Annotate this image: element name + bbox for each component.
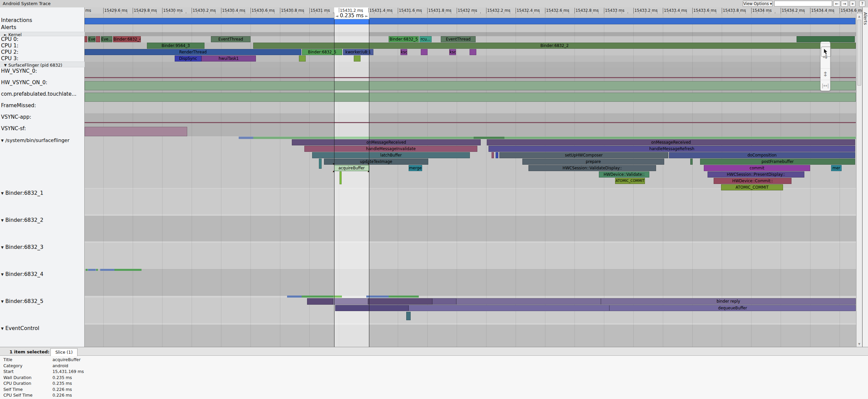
sidebar-item-cpu-2-[interactable]: CPU 2: [1, 49, 19, 55]
trace-slice[interactable] [470, 49, 476, 55]
selection-start-line[interactable] [334, 14, 334, 347]
nav-button-»[interactable]: » [850, 1, 855, 7]
trace-slice[interactable] [492, 152, 494, 158]
trace-slice[interactable] [85, 127, 187, 136]
time-ruler[interactable]: ms15429.6 ms15429.8 ms15430 ms15430.2 ms… [85, 7, 868, 14]
trace-slice-kso[interactable]: kso [400, 49, 407, 55]
group-header-kernel[interactable]: ►Kernel [0, 32, 85, 36]
sidebar-item-binder-6832-4[interactable]: ▼Binder:6832_4 [1, 271, 43, 277]
trace-slice-postframebuffer[interactable]: postFramebuffer [700, 159, 855, 165]
trace-slice-dequeuebuffer[interactable]: dequeueBuffer [609, 305, 856, 311]
selection-end-line[interactable] [369, 14, 369, 347]
trace-slice[interactable] [100, 269, 114, 271]
trace-slice[interactable] [496, 152, 498, 158]
trace-slice-atomic-commit[interactable]: ATOMIC_COMMIT [615, 178, 645, 184]
trace-slice-rcu-[interactable]: rcu... [419, 36, 432, 42]
trace-slice[interactable] [368, 298, 432, 305]
trace-slice-binder-6832-5[interactable]: Binder:6832_5 [302, 49, 342, 55]
trace-slice-hwuitask1[interactable]: hwuiTask1 [201, 55, 256, 62]
trace-slice-renderthread[interactable]: RenderThread [85, 49, 301, 55]
trace-slice[interactable] [335, 305, 409, 311]
sidebar-item-cpu-3-[interactable]: CPU 3: [1, 55, 19, 62]
trace-slice[interactable] [319, 159, 322, 169]
trace-slice[interactable] [287, 296, 302, 298]
trace-slice[interactable] [299, 55, 306, 62]
timing-mode-button[interactable]: |↔| [821, 80, 830, 91]
trace-slice-atomic-commit[interactable]: ATOMIC_COMMIT [721, 184, 783, 190]
trace-slice[interactable] [366, 296, 389, 298]
sidebar-item-binder-6832-2[interactable]: ▼Binder:6832_2 [1, 217, 43, 223]
sidebar-item-hw-vsync-on-0-[interactable]: HW_VSYNC_ON_0: [1, 79, 47, 86]
trace-slice[interactable] [96, 36, 100, 42]
sidebar-item-com-prefabulated-touchlate-[interactable]: com.prefabulated.touchlate... [1, 91, 77, 97]
sidebar-item-binder-6832-1[interactable]: ▼Binder:6832_1 [1, 190, 43, 196]
sidebar-item--system-bin-surfaceflinger[interactable]: ▼/system/bin/surfaceflinger [1, 138, 69, 143]
sidebar-item-hw-vsync-0-[interactable]: HW_VSYNC_0: [1, 68, 37, 74]
search-input[interactable] [774, 1, 832, 6]
trace-slice-onmessagereceived[interactable]: onMessageReceived [487, 139, 855, 145]
zoom-mode-button[interactable]: ↕ [821, 69, 830, 80]
vertical-scrollbar[interactable]: ▲ ▼ [856, 14, 862, 347]
trace-slice[interactable] [456, 298, 601, 305]
trace-slice-dispsync[interactable]: DispSync [175, 55, 201, 62]
sidebar-item-cpu-0-[interactable]: CPU 0: [1, 36, 19, 42]
sidebar-item-binder-6832-3[interactable]: ▼Binder:6832_3 [1, 244, 43, 250]
trace-slice[interactable] [389, 296, 419, 298]
sidebar-item-vsync-app-[interactable]: VSYNC-app: [1, 114, 31, 120]
trace-slice[interactable] [302, 296, 333, 298]
trace-slice-hwdevice-commit-[interactable]: HWDevice::Commit:: [714, 178, 791, 184]
trace-slice-mer[interactable]: mer [831, 165, 842, 171]
sidebar-item-vsync-sf-[interactable]: VSYNC-sf: [1, 125, 26, 132]
trace-slice[interactable] [307, 298, 333, 305]
group-header-surfaceflinger-pid-6832-[interactable]: ▼SurfaceFlinger (pid 6832) [0, 62, 85, 67]
alerts-tab[interactable]: Alerts [863, 12, 868, 25]
pan-mode-button[interactable]: ↔ ↕ [821, 57, 830, 69]
nav-button-?[interactable]: ? [859, 1, 865, 7]
trace-slice-commit[interactable]: commit [704, 165, 810, 171]
sidebar-item-binder-6832-5[interactable]: ▼Binder:6832_5 [1, 298, 43, 304]
trace-slice-hwdevice-validate-[interactable]: HWDevice::Validate:: [599, 171, 649, 178]
trace-slice[interactable] [85, 81, 856, 90]
scroll-down-icon[interactable]: ▼ [856, 343, 862, 346]
trace-slice[interactable] [432, 298, 456, 305]
trace-slice-prepare[interactable]: prepare [522, 159, 664, 165]
trace-slice-hwcsession-presentdisplay-[interactable]: HWCSession::PresentDisplay:: [708, 171, 804, 178]
sidebar-item-cpu-1-[interactable]: CPU 1: [1, 43, 19, 49]
trace-slice[interactable] [690, 159, 693, 165]
sidebar-item-eventcontrol[interactable]: ▼EventControl [1, 325, 39, 331]
trace-slice[interactable] [96, 269, 98, 271]
trace-slice-binder-6832-4[interactable]: Binder:6832_4 [113, 36, 141, 42]
trace-slice-onmessagereceived[interactable]: onMessageReceived [292, 139, 481, 145]
tab-slice[interactable]: Slice (1) [50, 348, 78, 356]
trace-slice[interactable] [85, 93, 856, 102]
selection-duration-badge[interactable]: ◄ 0.235 ms ► [334, 13, 369, 19]
trace-slice-updateteximage[interactable]: updateTexImage [324, 159, 428, 165]
trace-slice-kso[interactable]: kso [449, 49, 456, 55]
trace-slice-eve[interactable]: Eve [88, 36, 95, 42]
trace-slice-setuphwcomposer[interactable]: setUpHWComposer [499, 152, 668, 158]
trace-slice-eventthread[interactable]: EventThread [211, 36, 251, 42]
trace-slice[interactable] [474, 137, 504, 139]
sidebar-item-framemissed-[interactable]: FrameMissed: [1, 102, 36, 109]
trace-slice-hwcsession-validatedisplay-[interactable]: HWCSession::ValidateDisplay:: [528, 165, 656, 171]
track-area[interactable]: EveEve...Binder:6832_4EventThreadBinder:… [85, 14, 856, 347]
trace-slice[interactable] [340, 171, 342, 184]
trace-slice[interactable] [421, 49, 428, 55]
trace-slice[interactable] [85, 77, 856, 78]
trace-slice[interactable] [239, 137, 253, 139]
sidebar-item-alerts[interactable]: Alerts [1, 24, 16, 30]
trace-slice-binder-9564-3[interactable]: Binder:9564_3 [147, 43, 204, 49]
nav-button-→[interactable]: → [841, 1, 848, 7]
trace-slice-binder-reply[interactable]: binder reply [601, 298, 856, 305]
trace-slice-docomposition[interactable]: doComposition [669, 152, 855, 158]
trace-slice[interactable] [354, 55, 361, 62]
trace-slice-binder-6832-5[interactable]: Binder:6832_5 [389, 36, 419, 42]
trace-slice-merge[interactable]: merge [409, 165, 422, 171]
trace-slice[interactable] [334, 137, 369, 139]
nav-button-←[interactable]: ← [833, 1, 840, 7]
trace-slice[interactable] [85, 18, 855, 24]
view-options-button[interactable]: View Options ▾ [743, 1, 773, 7]
trace-slice[interactable] [409, 305, 609, 311]
trace-slice-handlemessageinvalidate[interactable]: handleMessageInvalidate [304, 146, 477, 152]
trace-slice-latchbuffer[interactable]: latchBuffer [312, 152, 470, 158]
